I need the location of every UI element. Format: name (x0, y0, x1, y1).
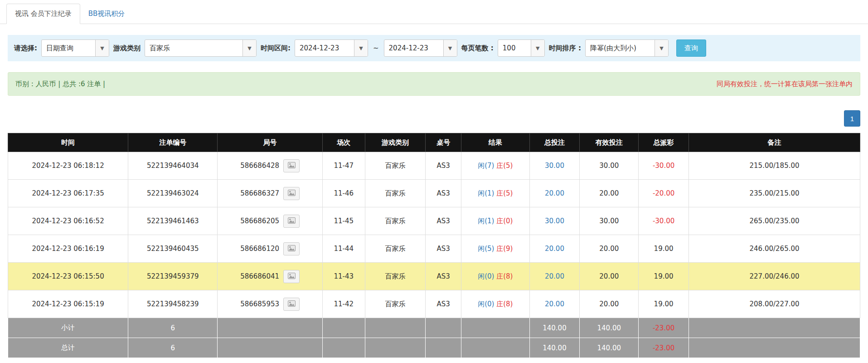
date-from-caret-icon[interactable]: ▼ (354, 40, 368, 56)
query-mode-select[interactable]: 日期查询 ▼ (41, 39, 109, 57)
header-game-type: 游戏类别 (365, 133, 425, 152)
total-bet-link[interactable]: 20.00 (545, 189, 564, 197)
tab-betting-records-label: 视讯 会员下注纪录 (15, 10, 72, 18)
cell-note: 208.00/227.00 (689, 290, 860, 318)
round-video-icon-button[interactable] (283, 242, 300, 255)
total-bet-link[interactable]: 30.00 (545, 217, 564, 225)
date-from-value[interactable]: 2024-12-23 (295, 40, 354, 56)
date-to-value[interactable]: 2024-12-23 (384, 40, 443, 56)
cell-bet-id: 522139458239 (128, 290, 218, 318)
cell-bet-id: 522139459379 (128, 263, 218, 290)
cell-round: 586686205 (218, 207, 322, 235)
query-button[interactable]: 查询 (676, 39, 706, 57)
round-video-icon-button[interactable] (283, 215, 300, 228)
cell-payout: -20.00 (639, 180, 689, 207)
cell-table-no: AS3 (426, 180, 461, 207)
total-total-bet: 140.00 (529, 338, 580, 358)
query-mode-value[interactable]: 日期查询 (42, 40, 95, 56)
cell-note: 246.00/265.00 (689, 235, 860, 263)
round-number: 586686205 (240, 217, 279, 225)
date-to-caret-icon[interactable]: ▼ (443, 40, 457, 56)
tab-betting-records[interactable]: 视讯 会员下注纪录 (6, 4, 80, 24)
cell-valid-bet: 20.00 (580, 290, 639, 318)
cell-table-no: AS3 (426, 207, 461, 235)
cell-game-type: 百家乐 (365, 180, 425, 207)
cell-game-type: 百家乐 (365, 152, 425, 180)
round-video-icon-button[interactable] (283, 187, 300, 200)
date-to-select[interactable]: 2024-12-23 ▼ (384, 39, 457, 57)
cell-total-bet: 30.00 (529, 207, 580, 235)
table-row: 2024-12-23 06:15:50 522139459379 5866860… (8, 263, 860, 290)
result-banker: 庄(0) (496, 217, 513, 225)
table-row: 2024-12-23 06:15:19 522139458239 5866859… (8, 290, 860, 318)
round-number: 586686041 (240, 272, 279, 280)
game-type-select[interactable]: 百家乐 ▼ (145, 39, 257, 57)
cell-round: 586685953 (218, 290, 322, 318)
cell-time: 2024-12-23 06:16:19 (8, 235, 128, 263)
cell-table-no: AS3 (426, 290, 461, 318)
cell-game-type: 百家乐 (365, 207, 425, 235)
cell-valid-bet: 20.00 (580, 235, 639, 263)
game-type-caret-icon[interactable]: ▼ (242, 40, 256, 56)
subtotal-payout: -23.00 (639, 318, 689, 338)
cell-valid-bet: 20.00 (580, 263, 639, 290)
result-player: 闲(5) (478, 245, 494, 253)
cell-table-no: AS3 (426, 263, 461, 290)
currency-total-text: 币别 : 人民币 | 总共 :6 注单 | (15, 80, 105, 88)
cell-table-no: AS3 (426, 152, 461, 180)
cell-payout: -30.00 (639, 152, 689, 180)
cell-result: 闲(1) 庄(5) (461, 180, 529, 207)
cell-note: 265.00/235.00 (689, 207, 860, 235)
round-number: 586686327 (240, 189, 279, 197)
round-number: 586685953 (240, 300, 279, 308)
result-player: 闲(1) (478, 189, 494, 197)
cell-payout: 19.00 (639, 235, 689, 263)
cell-time: 2024-12-23 06:17:35 (8, 180, 128, 207)
round-video-icon-button[interactable] (283, 298, 300, 311)
cell-payout: -30.00 (639, 207, 689, 235)
result-banker: 庄(9) (496, 245, 513, 253)
round-number: 586686428 (240, 162, 279, 170)
time-sort-caret-icon[interactable]: ▼ (655, 40, 668, 56)
date-from-select[interactable]: 2024-12-23 ▼ (295, 39, 368, 57)
page-size-select[interactable]: 100 ▼ (498, 39, 545, 57)
query-mode-label: 请选择: (14, 44, 37, 53)
time-sort-value[interactable]: 降幂(由大到小) (586, 40, 655, 56)
total-bet-link[interactable]: 20.00 (545, 245, 564, 253)
game-type-label: 游戏类别 (113, 44, 141, 53)
cell-note: 227.00/246.00 (689, 263, 860, 290)
table-row: 2024-12-23 06:17:35 522139463024 5866863… (8, 180, 860, 207)
total-count: 6 (128, 338, 218, 358)
table-row: 2024-12-23 06:18:12 522139464034 5866864… (8, 152, 860, 180)
result-banker: 庄(5) (496, 162, 513, 170)
video-replay-icon (288, 245, 296, 253)
header-time: 时间 (8, 133, 128, 152)
page-size-caret-icon[interactable]: ▼ (531, 40, 544, 56)
cell-result: 闲(0) 庄(8) (461, 263, 529, 290)
time-sort-select[interactable]: 降幂(由大到小) ▼ (585, 39, 669, 57)
cell-note: 215.00/185.00 (689, 152, 860, 180)
round-video-icon-button[interactable] (283, 159, 300, 172)
subtotal-row: 小计 6 140.00 140.00 -23.00 (8, 318, 860, 338)
round-video-icon-button[interactable] (283, 270, 300, 283)
total-bet-link[interactable]: 20.00 (545, 272, 564, 280)
cell-result: 闲(0) 庄(8) (461, 290, 529, 318)
header-bet-id: 注单编号 (128, 133, 218, 152)
header-total-bet: 总投注 (529, 133, 580, 152)
page-1-button[interactable]: 1 (844, 110, 860, 127)
cell-time: 2024-12-23 06:15:50 (8, 263, 128, 290)
query-mode-caret-icon[interactable]: ▼ (95, 40, 109, 56)
filter-bar: 请选择: 日期查询 ▼ 游戏类别 百家乐 ▼ 时间区间: 2024-12-23 … (8, 35, 860, 61)
page-size-value[interactable]: 100 (498, 40, 531, 56)
cell-result: 闲(5) 庄(9) (461, 235, 529, 263)
total-bet-link[interactable]: 30.00 (545, 162, 564, 170)
total-bet-link[interactable]: 20.00 (545, 300, 564, 308)
result-player: 闲(0) (478, 272, 494, 280)
total-valid-bet: 140.00 (580, 338, 639, 358)
tab-bb-video-points[interactable]: BB视讯积分 (80, 4, 133, 24)
cell-time: 2024-12-23 06:16:52 (8, 207, 128, 235)
game-type-value[interactable]: 百家乐 (145, 40, 242, 56)
cell-total-bet: 20.00 (529, 290, 580, 318)
header-table-no: 桌号 (426, 133, 461, 152)
total-payout: -23.00 (639, 338, 689, 358)
